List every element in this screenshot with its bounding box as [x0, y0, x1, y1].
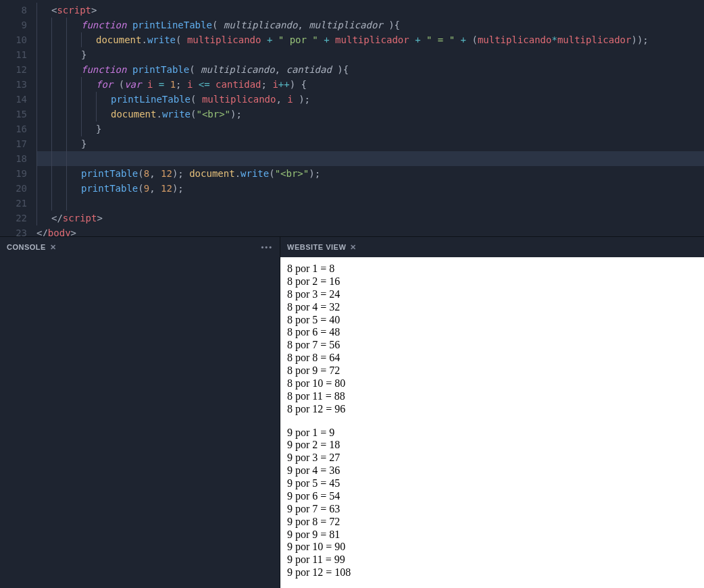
code-line[interactable]: for (var i = 1; i <= cantidad; i++) { [36, 77, 704, 92]
output-line: 8 por 7 = 56 [287, 339, 697, 352]
output-line: 9 por 1 = 9 [287, 427, 697, 439]
code-line[interactable]: printTable(9, 12); [36, 181, 704, 196]
output-line: 9 por 3 = 27 [287, 452, 697, 464]
output-line: 9 por 11 = 99 [287, 554, 697, 566]
code-line[interactable]: printTable(8, 12); document.write("<br>"… [36, 166, 704, 181]
code-line[interactable]: function printLineTable( multiplicando, … [36, 18, 704, 32]
website-view-title: WEBSITE VIEW [287, 243, 346, 251]
bottom-panels: CONSOLE ✕ ••• WEBSITE VIEW ✕ 8 por 1 = 8… [0, 236, 704, 588]
console-panel: CONSOLE ✕ ••• [0, 237, 280, 588]
website-view-body[interactable]: 8 por 1 = 88 por 2 = 168 por 3 = 248 por… [280, 257, 704, 588]
line-number: 17 [0, 136, 36, 151]
line-number: 21 [0, 196, 36, 211]
close-icon[interactable]: ✕ [350, 243, 357, 252]
code-line[interactable]: } [36, 122, 704, 136]
output-line: 8 por 8 = 64 [287, 352, 697, 365]
code-line[interactable]: function printTable( multiplicando, cant… [36, 62, 704, 77]
output-line: 9 por 8 = 72 [287, 516, 697, 529]
output-line: 9 por 12 = 108 [287, 566, 697, 579]
close-icon[interactable]: ✕ [50, 243, 57, 252]
output-line: 8 por 11 = 88 [287, 390, 697, 403]
output-line: 9 por 5 = 45 [287, 477, 697, 490]
code-line[interactable] [36, 196, 704, 211]
website-view-panel: WEBSITE VIEW ✕ 8 por 1 = 88 por 2 = 168 … [280, 237, 704, 588]
code-line[interactable]: </script> [36, 211, 704, 225]
more-icon[interactable]: ••• [261, 243, 273, 251]
output-line: 8 por 4 = 32 [287, 301, 697, 314]
code-line[interactable]: <script> [36, 3, 704, 18]
code-area[interactable]: <script>function printLineTable( multipl… [36, 0, 704, 236]
code-line[interactable]: document.write( multiplicando + " por " … [36, 32, 704, 47]
code-line[interactable]: </body> [36, 225, 704, 236]
output-line: 8 por 2 = 16 [287, 275, 697, 288]
code-line[interactable] [36, 151, 704, 166]
output-line: 9 por 4 = 36 [287, 464, 697, 477]
output-line: 8 por 9 = 72 [287, 365, 697, 377]
code-line[interactable]: } [36, 47, 704, 62]
output-line: 9 por 7 = 63 [287, 503, 697, 516]
line-number: 23 [0, 225, 36, 236]
website-view-header: WEBSITE VIEW ✕ [280, 237, 704, 257]
code-editor[interactable]: 891011121314151617181920212223 <script>f… [0, 0, 704, 236]
output-line: 9 por 2 = 18 [287, 439, 697, 452]
line-number: 9 [0, 18, 36, 32]
console-title: CONSOLE [7, 243, 46, 251]
line-number: 11 [0, 47, 36, 62]
output-line: 8 por 10 = 80 [287, 377, 697, 390]
line-gutter: 891011121314151617181920212223 [0, 0, 36, 236]
code-line[interactable]: } [36, 136, 704, 151]
output-line: 8 por 6 = 48 [287, 326, 697, 339]
line-number: 13 [0, 77, 36, 92]
line-number: 15 [0, 107, 36, 122]
output-line: 8 por 12 = 96 [287, 403, 697, 416]
line-number: 8 [0, 3, 36, 18]
line-number: 14 [0, 92, 36, 107]
line-number: 19 [0, 166, 36, 181]
code-line[interactable]: printLineTable( multiplicando, i ); [36, 92, 704, 107]
line-number: 12 [0, 62, 36, 77]
output-line: 9 por 6 = 54 [287, 490, 697, 503]
output-line: 9 por 10 = 90 [287, 541, 697, 554]
output-line: 8 por 1 = 8 [287, 263, 697, 275]
console-panel-header: CONSOLE ✕ ••• [0, 237, 280, 257]
line-number: 18 [0, 151, 36, 166]
line-number: 22 [0, 211, 36, 225]
console-body[interactable] [0, 257, 280, 588]
output-line: 9 por 9 = 81 [287, 529, 697, 541]
code-line[interactable]: document.write("<br>"); [36, 107, 704, 122]
line-number: 10 [0, 32, 36, 47]
line-number: 16 [0, 122, 36, 136]
line-number: 20 [0, 181, 36, 196]
output-line: 8 por 3 = 24 [287, 288, 697, 301]
output-line: 8 por 5 = 40 [287, 314, 697, 327]
